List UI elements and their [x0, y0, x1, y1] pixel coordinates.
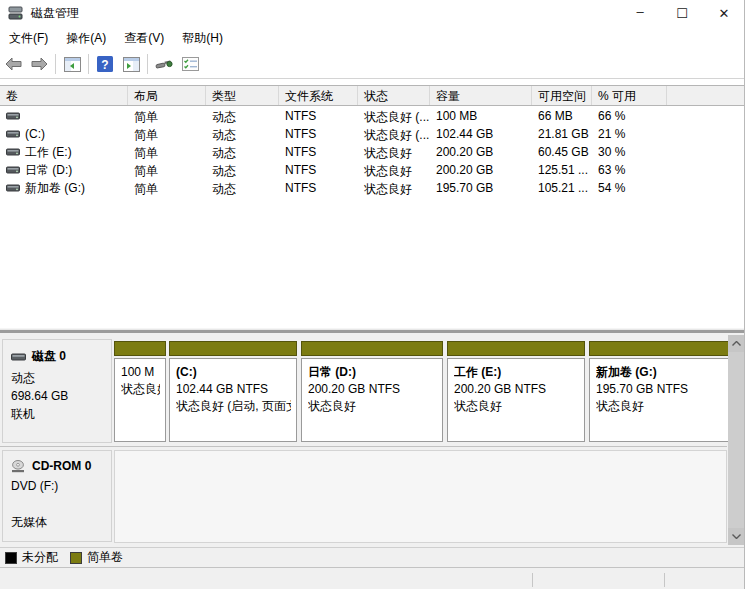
cdrom-name: CD-ROM 0	[32, 459, 91, 473]
volume-list-pane: 卷 布局 类型 文件系统 状态 容量 可用空间 % 可用 简单 动态 NTFS …	[0, 79, 745, 328]
disk-management-window: 磁盘管理 – ☐ ✕ 文件(F) 操作(A) 查看(V) 帮助(H)	[0, 0, 745, 589]
statusbar-divider	[532, 573, 533, 587]
volume-status: 状态良好	[358, 143, 430, 161]
volume-capacity: 100 MB	[430, 107, 532, 125]
volume-icon	[6, 112, 20, 120]
table-row[interactable]: 新加卷 (G:) 简单 动态 NTFS 状态良好 195.70 GB 105.2…	[0, 179, 745, 197]
column-header-volume[interactable]: 卷	[0, 86, 128, 105]
disk-tool-icon[interactable]	[151, 52, 177, 76]
volume-layout: 简单	[128, 179, 206, 197]
disk-0-partitions: 100 M 状态良好 (C:) 102.44 GB NTFS 状态良好 (启动,…	[114, 337, 727, 446]
volume-pctfree: 30 %	[592, 143, 667, 161]
checklist-icon[interactable]	[177, 52, 203, 76]
table-row[interactable]: 简单 动态 NTFS 状态良好 (... 100 MB 66 MB 66 %	[0, 107, 745, 125]
partition-system-reserved[interactable]: 100 M 状态良好	[114, 341, 166, 444]
volume-layout: 简单	[128, 107, 206, 125]
disk-status: 联机	[11, 405, 111, 423]
partition-color-bar	[447, 341, 585, 356]
minimize-button[interactable]: –	[619, 0, 661, 26]
cdrom-0-row: CD-ROM 0 DVD (F:) 无媒体	[0, 448, 727, 545]
partition-status: 状态良好	[121, 381, 160, 398]
legend-item-unallocated: 未分配	[5, 549, 58, 566]
table-row[interactable]: 日常 (D:) 简单 动态 NTFS 状态良好 200.20 GB 125.51…	[0, 161, 745, 179]
disk-0-label[interactable]: 磁盘 0 动态 698.64 GB 联机	[2, 339, 112, 443]
volume-filesystem: NTFS	[279, 161, 358, 179]
partition-size: 195.70 GB NTFS	[596, 381, 723, 398]
window-title: 磁盘管理	[31, 5, 79, 22]
column-header-status[interactable]: 状态	[358, 86, 430, 105]
graphical-pane-scrollbar[interactable]	[728, 335, 745, 545]
cdrom-drive: DVD (F:)	[11, 477, 111, 495]
volume-pctfree: 21 %	[592, 125, 667, 143]
close-button[interactable]: ✕	[703, 0, 745, 26]
scroll-up-icon[interactable]	[728, 335, 745, 352]
volume-filesystem: NTFS	[279, 125, 358, 143]
cdrom-0-label[interactable]: CD-ROM 0 DVD (F:) 无媒体	[2, 450, 112, 542]
disk-size: 698.64 GB	[11, 387, 111, 405]
disk-management-app-icon	[8, 6, 25, 21]
column-header-layout[interactable]: 布局	[128, 86, 206, 105]
legend-bar: 未分配 简单卷	[0, 547, 745, 568]
menu-view[interactable]: 查看(V)	[115, 27, 173, 50]
volume-name: 新加卷 (G:)	[25, 180, 85, 197]
show-console-tree-icon[interactable]	[59, 52, 85, 76]
column-header-filesystem[interactable]: 文件系统	[279, 86, 358, 105]
menu-action[interactable]: 操作(A)	[57, 27, 115, 50]
partition-name: 工作 (E:)	[454, 364, 579, 381]
legend-label: 未分配	[22, 549, 58, 566]
partition-name: 日常 (D:)	[308, 364, 437, 381]
menu-file[interactable]: 文件(F)	[0, 27, 57, 50]
volume-freespace: 125.51 ...	[532, 161, 592, 179]
volume-table-header: 卷 布局 类型 文件系统 状态 容量 可用空间 % 可用	[0, 85, 745, 106]
disk-name: 磁盘 0	[32, 348, 66, 365]
cdrom-empty-area[interactable]	[114, 450, 727, 543]
disk-0-row: 磁盘 0 动态 698.64 GB 联机 100 M 状态良好	[0, 337, 727, 447]
volume-type: 动态	[206, 179, 279, 197]
disk-type: 动态	[11, 369, 111, 387]
volume-type: 动态	[206, 143, 279, 161]
partition-name: 新加卷 (G:)	[596, 364, 723, 381]
column-header-pctfree[interactable]: % 可用	[592, 86, 667, 105]
forward-icon[interactable]	[26, 52, 52, 76]
partition-size: 100 M	[121, 364, 160, 381]
partition-size: 200.20 GB NTFS	[454, 381, 579, 398]
toolbar-separator	[55, 54, 56, 74]
volume-status: 状态良好	[358, 179, 430, 197]
partition-d[interactable]: 日常 (D:) 200.20 GB NTFS 状态良好	[301, 341, 443, 444]
volume-icon	[6, 130, 20, 138]
toolbar-separator	[88, 54, 89, 74]
partition-color-bar	[114, 341, 166, 356]
volume-pctfree: 63 %	[592, 161, 667, 179]
volume-type: 动态	[206, 107, 279, 125]
table-row[interactable]: 工作 (E:) 简单 动态 NTFS 状态良好 200.20 GB 60.45 …	[0, 143, 745, 161]
scroll-down-icon[interactable]	[728, 528, 745, 545]
volume-pctfree: 54 %	[592, 179, 667, 197]
volume-status: 状态良好 (...	[358, 107, 430, 125]
partition-status: 状态良好 (启动, 页面文	[176, 398, 291, 415]
disk-icon	[11, 353, 26, 361]
partition-status: 状态良好	[454, 398, 579, 415]
column-header-capacity[interactable]: 容量	[430, 86, 532, 105]
partition-e[interactable]: 工作 (E:) 200.20 GB NTFS 状态良好	[447, 341, 585, 444]
toolbar-separator	[147, 54, 148, 74]
show-action-pane-icon[interactable]	[118, 52, 144, 76]
partition-name: (C:)	[176, 364, 291, 381]
volume-status: 状态良好	[358, 161, 430, 179]
volume-capacity: 200.20 GB	[430, 143, 532, 161]
volume-capacity: 200.20 GB	[430, 161, 532, 179]
table-row[interactable]: (C:) 简单 动态 NTFS 状态良好 (... 102.44 GB 21.8…	[0, 125, 745, 143]
volume-freespace: 21.81 GB	[532, 125, 592, 143]
partition-status: 状态良好	[308, 398, 437, 415]
partition-g[interactable]: 新加卷 (G:) 195.70 GB NTFS 状态良好	[589, 341, 729, 444]
partition-size: 200.20 GB NTFS	[308, 381, 437, 398]
partition-size: 102.44 GB NTFS	[176, 381, 291, 398]
back-icon[interactable]	[0, 52, 26, 76]
help-icon[interactable]: ?	[92, 52, 118, 76]
menu-help[interactable]: 帮助(H)	[173, 27, 232, 50]
maximize-button[interactable]: ☐	[661, 0, 703, 26]
column-header-filler	[667, 86, 745, 105]
partition-c[interactable]: (C:) 102.44 GB NTFS 状态良好 (启动, 页面文	[169, 341, 297, 444]
simple-volume-swatch	[70, 552, 82, 564]
column-header-type[interactable]: 类型	[206, 86, 279, 105]
column-header-freespace[interactable]: 可用空间	[532, 86, 592, 105]
